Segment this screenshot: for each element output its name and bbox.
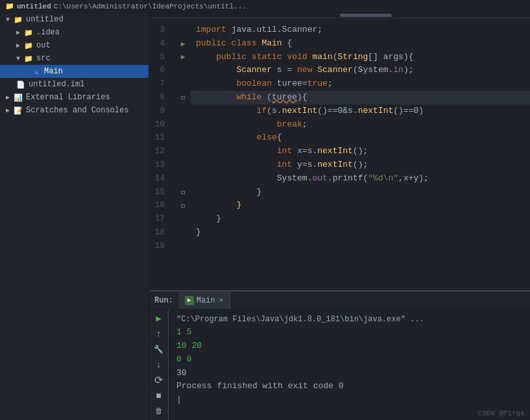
gutter-row: ◻ bbox=[175, 186, 191, 199]
code-token: void bbox=[287, 52, 312, 62]
line-number: 18 bbox=[149, 226, 170, 240]
sidebar-item-src[interactable]: ▼ 📁 src bbox=[0, 52, 149, 65]
rerun-button[interactable]: ⟳ bbox=[152, 374, 166, 387]
title-bar: 📁 untitled C:\Users\Administrator\IdeaPr… bbox=[0, 0, 530, 13]
main-area: ▼ 📁 untitled ▶ 📁 .idea ▶ 📁 out ▼ 📁 src ☕… bbox=[0, 13, 530, 420]
code-line: public static void main(String[] args){ bbox=[191, 51, 530, 64]
sidebar-label-main: Main bbox=[44, 67, 149, 76]
code-token: nextInt bbox=[317, 160, 353, 169]
code-token: Scanner bbox=[196, 65, 277, 75]
gutter-row: ◻ bbox=[175, 199, 191, 212]
line-number: 8 bbox=[149, 91, 170, 105]
code-token: class bbox=[232, 38, 262, 48]
code-token: .printf( bbox=[328, 173, 368, 183]
gutter-row bbox=[175, 23, 191, 37]
gutter-row: ▶ bbox=[175, 37, 191, 51]
line-number: 12 bbox=[149, 145, 170, 158]
code-token: { bbox=[277, 132, 282, 142]
code-token: nextInt bbox=[358, 106, 394, 116]
trash-button[interactable]: 🗑 bbox=[152, 404, 166, 417]
editor-scrollbar[interactable] bbox=[149, 13, 530, 18]
fold-icon[interactable]: ◻ bbox=[181, 188, 185, 196]
sidebar-item-scratch[interactable]: ▶ 📝 Scratches and Consoles bbox=[0, 104, 149, 117]
sidebar: ▼ 📁 untitled ▶ 📁 .idea ▶ 📁 out ▼ 📁 src ☕… bbox=[0, 13, 149, 420]
run-arrow-icon: ▶ bbox=[181, 53, 186, 61]
run-output-line: "C:\Program Files\Java\jdk1.8.0_181\bin\… bbox=[176, 314, 522, 326]
code-token: ( bbox=[267, 92, 272, 102]
code-token: ){ bbox=[297, 92, 307, 102]
sidebar-item-out[interactable]: ▶ 📁 out bbox=[0, 39, 149, 52]
code-token: import bbox=[196, 25, 232, 34]
code-token: ; bbox=[328, 79, 333, 88]
code-token: [] bbox=[368, 52, 383, 62]
java-icon: ☕ bbox=[31, 66, 42, 77]
code-line: Scanner s = new Scanner(System.in); bbox=[191, 64, 530, 77]
code-token: boolean bbox=[196, 79, 277, 88]
line-number: 15 bbox=[149, 186, 170, 199]
down-button[interactable]: ↓ bbox=[152, 358, 166, 371]
folder-icon: 📁 bbox=[13, 14, 23, 25]
code-line: } bbox=[191, 199, 530, 212]
code-line: public class Main { bbox=[191, 37, 530, 51]
gutter-row bbox=[175, 64, 191, 77]
run-tab-main[interactable]: ▶ Main × bbox=[178, 291, 230, 309]
sidebar-item-root[interactable]: ▼ 📁 untitled bbox=[0, 13, 149, 26]
sidebar-item-iml[interactable]: 📄 untitled.iml bbox=[0, 78, 149, 91]
out-arrow-icon: ▶ bbox=[13, 42, 23, 49]
run-toolbar: ▶ ↑ 🔧 ↓ ⟳ ■ 🗑 bbox=[149, 310, 169, 420]
line-number: 5 bbox=[149, 51, 170, 64]
code-token: "%d\n" bbox=[368, 173, 398, 183]
gutter-row bbox=[175, 172, 191, 186]
code-view[interactable]: import java.util.Scanner;public class Ma… bbox=[191, 18, 530, 290]
line-number: 10 bbox=[149, 118, 170, 132]
gutter-row: ▶ bbox=[175, 51, 191, 64]
code-token: in bbox=[393, 65, 404, 75]
line-number: 7 bbox=[149, 77, 170, 91]
line-number: 19 bbox=[149, 240, 170, 253]
fold-icon[interactable]: ◻ bbox=[181, 202, 185, 210]
gutter-row: ◻ bbox=[175, 91, 191, 105]
code-token: turee bbox=[272, 92, 297, 102]
run-output: "C:\Program Files\Java\jdk1.8.0_181\bin\… bbox=[169, 310, 530, 420]
sidebar-item-main[interactable]: ☕ Main bbox=[0, 65, 149, 78]
play-button[interactable]: ▶ bbox=[152, 312, 166, 325]
sidebar-label-idea: .idea bbox=[36, 28, 149, 37]
sidebar-label-extlib: External Libraries bbox=[26, 93, 149, 102]
run-tab-close[interactable]: × bbox=[219, 297, 224, 304]
project-icon: 📁 bbox=[5, 2, 14, 10]
gutter-row bbox=[175, 118, 191, 132]
code-token: } bbox=[196, 214, 221, 223]
code-token: = bbox=[302, 79, 307, 88]
code-token: public bbox=[196, 38, 232, 48]
up-button[interactable]: ↑ bbox=[152, 328, 166, 341]
code-token: } bbox=[196, 187, 261, 197]
run-output-line: | bbox=[176, 393, 522, 407]
scratch-arrow-icon: ▶ bbox=[3, 106, 13, 114]
code-token: =s. bbox=[302, 146, 317, 156]
code-token: int bbox=[196, 146, 297, 156]
code-token: { bbox=[287, 38, 292, 48]
code-editor[interactable]: 345678910111213141516171819 ▶▶◻◻◻ import… bbox=[149, 18, 530, 290]
code-token: while bbox=[196, 92, 267, 102]
gutter-row bbox=[175, 77, 191, 91]
iml-icon: 📄 bbox=[16, 79, 26, 90]
run-output-line: 30 bbox=[176, 367, 522, 380]
line-number: 17 bbox=[149, 212, 170, 226]
sidebar-item-idea[interactable]: ▶ 📁 .idea bbox=[0, 26, 149, 39]
sidebar-item-extlib[interactable]: ▶ 📊 External Libraries bbox=[0, 91, 149, 104]
fold-icon[interactable]: ◻ bbox=[181, 93, 185, 101]
run-output-line: 10 20 bbox=[176, 340, 522, 353]
stop-button[interactable]: ■ bbox=[152, 389, 166, 402]
wrench-button[interactable]: 🔧 bbox=[152, 343, 166, 356]
line-number: 11 bbox=[149, 131, 170, 145]
code-token: (); bbox=[353, 146, 368, 156]
code-token: ,x+y); bbox=[398, 173, 429, 183]
code-token: turee bbox=[277, 79, 302, 88]
code-line: import java.util.Scanner; bbox=[191, 23, 530, 37]
gutter: ▶▶◻◻◻ bbox=[175, 18, 191, 290]
code-token: y bbox=[297, 160, 302, 169]
code-line: boolean turee=true; bbox=[191, 77, 530, 91]
line-number: 3 bbox=[149, 23, 170, 37]
code-token: x bbox=[297, 146, 302, 156]
code-line: } bbox=[191, 212, 530, 226]
